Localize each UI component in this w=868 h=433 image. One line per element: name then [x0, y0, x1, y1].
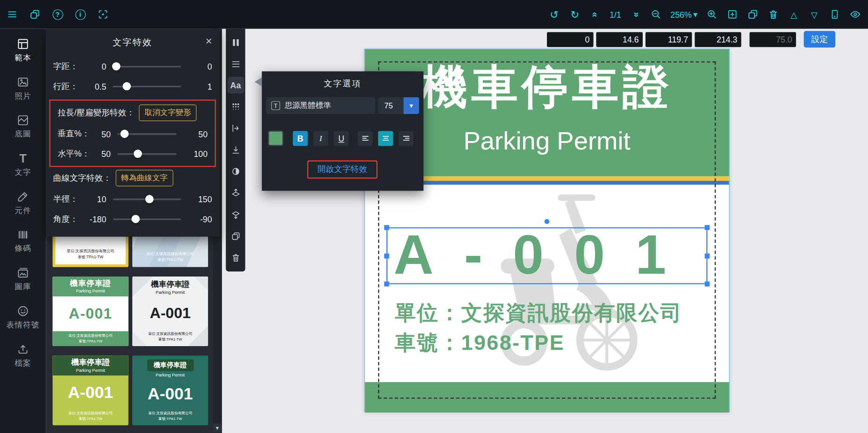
card-subtitle: Parking Permit: [53, 368, 129, 373]
move-page-down-icon[interactable]: ▽: [808, 8, 820, 21]
font-size-caret-button[interactable]: ▾: [403, 97, 419, 114]
add-page-icon[interactable]: [726, 8, 739, 21]
transform-icon[interactable]: [97, 8, 109, 21]
resize-handle-top-right[interactable]: [705, 225, 710, 230]
sidebar-item-emoji[interactable]: 表情符號: [1, 298, 44, 336]
text-style-icon[interactable]: Aa: [227, 77, 244, 94]
info-icon[interactable]: i: [74, 8, 86, 21]
slider-knob[interactable]: [131, 215, 140, 223]
preview-eye-icon[interactable]: [849, 8, 861, 21]
template-card-lime[interactable]: 機車停車證 Parking Permit A-001 單位:文探資訊股份有限公司…: [53, 355, 129, 425]
horizontal-percent-row: 水平%： 50 100: [50, 144, 215, 164]
delete-icon[interactable]: [227, 247, 244, 268]
card-number: 車號:TPA1-TW: [55, 255, 125, 261]
resize-handle-bottom-left[interactable]: [384, 282, 389, 287]
resize-handle-top-left[interactable]: [384, 225, 389, 230]
slider-knob[interactable]: [145, 195, 154, 203]
menu-icon[interactable]: [6, 8, 18, 21]
undo-icon[interactable]: ↺: [548, 8, 560, 21]
card-unit: 單位:文探資訊股份有限公司: [53, 410, 129, 416]
underline-button[interactable]: U: [334, 131, 349, 146]
previous-page-icon[interactable]: «: [589, 8, 601, 21]
bold-button[interactable]: B: [293, 131, 308, 146]
gallery-icon: [17, 267, 29, 279]
text-color-swatch[interactable]: [268, 130, 283, 146]
letter-spacing-slider[interactable]: [113, 65, 181, 67]
sidebar-item-templates[interactable]: 範本: [1, 31, 44, 69]
convert-curve-text-button[interactable]: 轉為曲線文字: [116, 170, 173, 186]
bring-forward-icon[interactable]: [227, 182, 244, 204]
sidebar-item-photos[interactable]: 照片: [1, 69, 44, 107]
line-height-slider[interactable]: [113, 85, 181, 87]
rotate-handle[interactable]: [545, 219, 550, 224]
template-card-green[interactable]: 機車停車證 Parking Permit A-001 單位:文探資訊股份有限公司…: [53, 277, 129, 346]
horizontal-percent-slider[interactable]: [117, 153, 177, 155]
zoom-out-icon[interactable]: [650, 8, 662, 21]
resize-handle-middle-left[interactable]: [384, 253, 389, 258]
cancel-text-transform-button[interactable]: 取消文字變形: [139, 105, 196, 121]
halftone-icon[interactable]: [227, 96, 244, 117]
sidebar-item-background[interactable]: 底圖: [1, 107, 44, 146]
move-down-icon[interactable]: [227, 139, 244, 160]
card-title: 機車停車證: [53, 279, 129, 289]
open-text-effects-link[interactable]: 開啟文字特效: [317, 164, 367, 175]
angle-slider[interactable]: [113, 218, 181, 220]
font-name: 思源黑體標準: [285, 100, 331, 110]
contrast-icon[interactable]: [227, 160, 244, 182]
inspector-field-width[interactable]: 119.7: [646, 32, 692, 47]
slider-knob[interactable]: [112, 62, 121, 71]
page-preview-icon[interactable]: [829, 8, 841, 21]
italic-button[interactable]: I: [313, 131, 328, 146]
selection-box[interactable]: [387, 227, 708, 284]
delete-page-icon[interactable]: [767, 8, 779, 21]
font-family-select[interactable]: T 思源黑體標準: [266, 97, 375, 114]
slider-knob[interactable]: [122, 82, 131, 91]
align-left-button[interactable]: [358, 131, 373, 146]
radius-slider[interactable]: [113, 198, 181, 200]
sidebar-item-text[interactable]: T 文字: [1, 145, 44, 184]
unit-line[interactable]: 單位：文探資訊股份有限公司: [395, 299, 682, 327]
inspector-field-x[interactable]: 0: [547, 32, 593, 47]
templates-icon: [17, 38, 29, 50]
zoom-in-icon[interactable]: [706, 8, 718, 21]
inspector-field-y[interactable]: 14.6: [596, 32, 642, 47]
align-right-button[interactable]: [399, 131, 414, 146]
align-center-button[interactable]: [378, 131, 393, 146]
slider-knob[interactable]: [120, 130, 129, 138]
copy-page-icon[interactable]: [747, 8, 759, 21]
duplicate-canvas-icon[interactable]: [29, 8, 41, 21]
line-spacing-icon[interactable]: [227, 53, 244, 75]
sidebar-item-library[interactable]: 圖庫: [1, 260, 44, 298]
send-backward-icon[interactable]: [227, 204, 244, 225]
next-page-icon[interactable]: «: [630, 8, 642, 21]
duplicate-icon[interactable]: [227, 225, 244, 247]
template-card-gray[interactable]: 機車停車證 Parking Permit A-001 單位:文探資訊股份有限公司…: [132, 277, 208, 346]
close-icon[interactable]: ×: [206, 35, 212, 47]
indent-right-icon[interactable]: [227, 117, 244, 139]
move-page-up-icon[interactable]: △: [788, 8, 800, 21]
number-line[interactable]: 車號：1968-TPE: [395, 329, 565, 357]
redo-icon[interactable]: ↻: [569, 8, 581, 21]
letter-spacing-row: 字距： 0 0: [46, 57, 219, 77]
panel-title: 文字選項: [262, 71, 423, 93]
template-card-teal[interactable]: 機車停車證 Parking Permit A-001 單位:文探資訊股份有限公司…: [132, 355, 208, 425]
resize-handle-middle-right[interactable]: [705, 253, 710, 258]
font-size-input[interactable]: 75: [378, 97, 403, 114]
inspector-field-height[interactable]: 214.3: [695, 32, 741, 47]
top-toolbar: ? i ↺ ↻ « 1/1 « 256% ▾: [0, 0, 868, 29]
slider-knob[interactable]: [134, 149, 143, 158]
inspector-field-size: 75.0: [750, 32, 796, 47]
element-toolbar: Aa: [226, 29, 245, 272]
font-size-group: 75 ▾: [378, 97, 419, 114]
apply-settings-button[interactable]: 設定: [804, 31, 836, 48]
vertical-percent-slider[interactable]: [117, 133, 177, 135]
resize-handle-bottom-right[interactable]: [705, 282, 710, 287]
upload-icon: [17, 343, 29, 355]
sidebar-item-barcode[interactable]: 條碼: [1, 222, 44, 260]
columns-icon[interactable]: [227, 31, 244, 53]
scroll-down-icon[interactable]: ▼: [213, 424, 222, 433]
sidebar-item-files[interactable]: 檔案: [1, 336, 44, 375]
zoom-level-dropdown[interactable]: 256% ▾: [670, 9, 697, 19]
sidebar-item-elements[interactable]: 元件: [1, 184, 44, 222]
help-icon[interactable]: ?: [51, 8, 64, 21]
